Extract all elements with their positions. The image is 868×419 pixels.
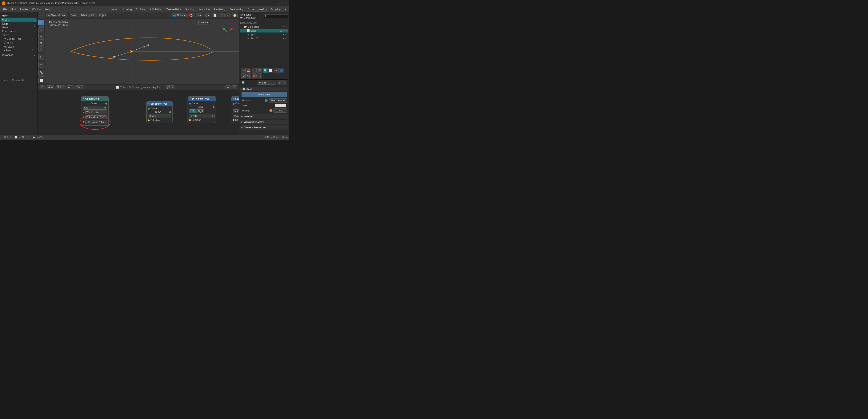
wireframe-mode[interactable]: ⬜ [212,13,218,18]
quad-width-field[interactable]: Width 0 m [85,111,107,114]
breadcrumb-geonodes[interactable]: ⚙ GeometryNodes [128,86,150,89]
object-props-icon[interactable]: ⬜ [268,68,273,73]
object-mode-dropdown[interactable]: ⊞ Object Mode ▾ [46,13,67,18]
viewlayer-label[interactable]: ViewLayer [244,17,255,19]
use-nodes-button[interactable]: Use Nodes [242,92,287,97]
instances-item[interactable]: Instances 0 [1,53,37,57]
set-handle-type-2-node[interactable]: ▾ Set Handle Type Curve Curve [231,96,239,123]
sun001-visibility[interactable]: 👁 [285,37,287,39]
workspace-layout[interactable]: Layout [108,7,119,11]
workspace-uv-editing[interactable]: UV Editing [149,7,164,11]
maximize-button[interactable]: □ [282,2,283,5]
constraints-icon[interactable]: 🔗 [241,73,246,79]
node-editor-type-icon[interactable]: ⬡ [39,85,45,89]
proportional-edit[interactable]: ⊙ ▾ [196,13,203,18]
world-settings-btn[interactable]: ⚙ [277,80,282,85]
quad-bottom-hei-field[interactable]: Bottom Hei 0 m [85,115,107,119]
render-mode[interactable]: 🌕 [232,13,238,18]
overlay-options[interactable]: ⬡ ▾ [204,13,211,18]
workspace-modeling[interactable]: Modeling [120,7,133,11]
collection-visibility[interactable]: 👁 [283,25,285,28]
annotate-tool[interactable]: ✏ [38,62,44,67]
view-layer-props-icon[interactable]: 🗂 [252,68,257,73]
scene-label[interactable]: Scene [244,13,251,16]
collection-restrict[interactable]: ☉ [285,25,287,28]
status-pan-view[interactable]: 🖐 Pan View [32,136,45,139]
node-canvas[interactable]: ▾ Quadrilateral Curve Kite ▾ [38,90,239,134]
world-props-icon[interactable]: 🌍 [262,68,268,73]
node-overlay-btn[interactable]: ⬡ [232,85,237,89]
minimize-button[interactable]: − [278,2,280,5]
sun-item[interactable]: ☀ Sun ✦ 👁 [240,32,288,36]
add-cube-tool[interactable]: ⬜ [38,78,44,83]
quadrilateral-node-header[interactable]: ▾ Quadrilateral [82,96,108,101]
status-node-context[interactable]: ⊞ Node Context Menu [265,136,287,139]
quad-shape-dropdown[interactable]: Kite ▾ [83,106,107,110]
workspace-add[interactable]: + [283,7,288,11]
outliner-search[interactable] [263,14,288,18]
scale-tool[interactable]: ⤢ [38,46,44,52]
world-new-btn[interactable]: + [282,80,287,85]
object-menu[interactable]: Object [98,13,107,18]
surface-section-header[interactable]: ▾ Surface [240,87,288,91]
vertex-item[interactable]: Vertex 0 [1,18,37,22]
handle1-left-btn[interactable]: Left [189,109,196,113]
select-tool[interactable]: ↖ [38,20,44,25]
gifts-tab[interactable]: gifts × [165,85,175,89]
set-handle-type-1-header[interactable]: ▾ Set Handle Type [188,96,216,101]
menu-help[interactable]: Help [43,7,52,11]
color-value-dot[interactable] [275,104,286,107]
quadrilateral-node[interactable]: ▾ Quadrilateral Curve Kite ▾ [81,96,108,126]
menu-render[interactable]: Render [18,7,30,11]
workspace-texture-paint[interactable]: Texture Paint [164,7,183,11]
viewport-display-header[interactable]: ▶ Viewport Display [240,120,288,124]
handle1-mode-dropdown[interactable]: ↺ Auto ▾ [189,114,215,118]
menu-edit[interactable]: Edit [10,7,18,11]
add-menu[interactable]: Add [89,13,97,18]
cube-item[interactable]: ⬜ Cube △ ⚙ 👁 [240,29,288,32]
collection-item[interactable]: 📁 Collection 👁 ☉ [240,25,288,29]
set-handle-type-2-header[interactable]: ▾ Set Handle Type [231,96,239,101]
snap-options[interactable]: 🧲 ▾ [188,13,195,18]
menu-window[interactable]: Window [30,7,43,11]
render-props-icon[interactable]: 📷 [241,68,246,73]
custom-properties-header[interactable]: ▶ Custom Properties [240,125,288,129]
world-name-value[interactable]: World [257,81,276,85]
volume-section-header[interactable]: ▶ Volume [240,114,288,119]
handle2-mode-dropdown[interactable]: ↺ Auto ▾ [232,114,239,118]
set-spline-type-node[interactable]: ▾ Set Spline Type Curve Curve [146,101,173,123]
workspace-animation[interactable]: Animation [197,7,212,11]
viewport-options-btn[interactable]: Options ▾ [197,21,209,25]
edge-item[interactable]: Edge 0 [1,22,37,26]
control-point-item[interactable]: ⟳ Control Point 4 [1,37,37,41]
select-menu[interactable]: Select [79,13,89,18]
breadcrumb-gifts[interactable]: ◈ gifts [153,86,160,89]
scene-props-icon[interactable]: 🎬 [257,68,262,73]
global-transform[interactable]: 🌐 Global ▾ [172,13,186,18]
workspace-shading[interactable]: Shading [183,7,196,11]
face-item[interactable]: Face 0 [1,26,37,29]
breadcrumb-cube[interactable]: ⬜ Cube [116,86,126,89]
solid-mode[interactable]: ⬛ [219,13,225,18]
node-select-menu[interactable]: Select [56,85,65,89]
node-node-menu[interactable]: Node [75,85,84,89]
viewport[interactable]: ⊞ Object Mode ▾ View Select Add Object 🌐… [38,12,239,84]
spline-type-dropdown[interactable]: Bezier ▾ [148,114,171,118]
sun001-item[interactable]: ☀ Sun.001 ✦ 👁 [240,36,288,40]
move-tool[interactable]: ✛ [38,34,44,39]
view-menu[interactable]: View [70,13,78,18]
point-item[interactable]: • Point 0 [1,49,37,52]
cursor-tool[interactable]: ✛ [38,27,44,33]
workspace-scripting[interactable]: Scripting [269,7,282,11]
node-view-menu[interactable]: View [46,85,55,89]
set-handle-type-1-node[interactable]: ▾ Set Handle Type Curve Curve [188,96,216,123]
status-select[interactable]: ↖ Select [2,136,11,139]
material-mode[interactable]: ⬡ [225,13,231,18]
menu-file[interactable]: File [1,7,9,11]
workspace-rendering[interactable]: Rendering [212,7,227,11]
quad-top-heigh-field[interactable]: Top Heigh 2.4 m [85,120,107,124]
particles-icon[interactable]: ✦ [274,68,279,73]
output-props-icon[interactable]: 📤 [246,68,251,73]
face-corner-item[interactable]: Face Corner 0 [1,29,37,33]
rotate-tool[interactable]: ↺ [38,40,44,46]
